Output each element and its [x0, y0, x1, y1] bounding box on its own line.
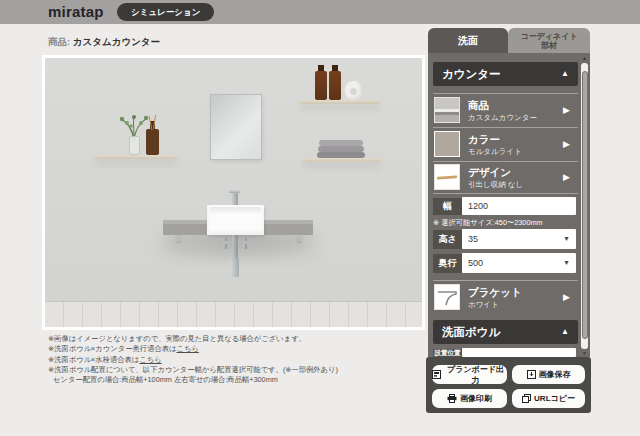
amber-bottle: [315, 71, 327, 100]
image-save-button[interactable]: 画像保存: [512, 365, 585, 384]
depth-table-link[interactable]: こちら: [177, 344, 199, 353]
note-line5: センター配置の場合:商品幅+100mm 左右寄せの場合:商品幅+300mm: [48, 375, 420, 385]
chevron-down-icon: ▼: [563, 253, 570, 273]
height-label: 高さ: [433, 230, 462, 249]
miratap-logo: miratap: [48, 3, 104, 20]
tab-coordinate-parts[interactable]: コーディネイト 部材: [508, 28, 590, 53]
settings-panel: カウンター ▲ 商品 カスタムカウンター ▶ カラー モルタルライト ▶ デザイ…: [428, 53, 590, 357]
note-line1: ※画像はイメージとなりますので、実際の見た目と異なる場合がございます。: [48, 334, 420, 344]
size-note: ※ 選択可能サイズ:450〜2300mm: [433, 218, 543, 228]
chevron-right-icon: ▶: [563, 105, 570, 115]
collapse-icon: ▲: [561, 62, 569, 86]
glass-vase: [129, 136, 140, 155]
scroll-down-icon[interactable]: ▼: [581, 350, 588, 356]
sink-basin: [207, 205, 264, 235]
counter-bracket: [176, 235, 181, 242]
scrollbar-thumb[interactable]: [582, 71, 588, 339]
depth-select[interactable]: 500 ▼: [462, 253, 576, 273]
print-icon: [447, 394, 457, 403]
product-thumbnail: [434, 97, 460, 123]
note-line2: ※洗面ボウル×カウンター奥行適合表はこちら: [48, 344, 420, 354]
copy-icon: [522, 394, 531, 403]
towel: [318, 146, 364, 152]
header-bar: miratap シミュレーション: [0, 0, 640, 24]
save-icon: [527, 370, 536, 379]
supply-valve: [223, 238, 227, 249]
planboard-export-button[interactable]: プランボード出力: [432, 365, 507, 384]
white-vase: [345, 81, 362, 100]
top-right-shelf: [300, 100, 380, 104]
note-line3: ※洗面ボウル×水栓適合表はこちら: [48, 355, 420, 365]
divider: [433, 280, 578, 281]
bracket-thumbnail: [434, 284, 460, 310]
chevron-right-icon: ▶: [563, 292, 570, 302]
action-button-panel: プランボード出力 画像保存 画像印刷 URLコピー: [426, 357, 591, 413]
bracket-icon: [435, 285, 459, 309]
tiled-floor: [45, 301, 422, 327]
divider: [433, 161, 578, 162]
note-line4: ※洗面ボウル配置について、以下カウンター幅から配置選択可能です。(※一部例外あり…: [48, 365, 420, 375]
divider: [433, 193, 578, 194]
amber-bottle: [329, 71, 341, 100]
divider: [433, 93, 578, 94]
divider: [433, 127, 578, 128]
scroll-up-icon[interactable]: ▲: [581, 55, 588, 61]
wall-mirror: [210, 94, 262, 160]
bowl-position-label: 設置位置: [433, 349, 462, 357]
chevron-right-icon: ▶: [563, 172, 570, 182]
faucet: [231, 189, 238, 206]
product-label: 商品:: [48, 36, 70, 47]
product-name: カスタムカウンター: [73, 36, 160, 47]
color-swatch-thumbnail: [434, 131, 460, 157]
miratap-simulator-page: miratap シミュレーション 商品: カスタムカウンター: [0, 0, 640, 436]
chevron-down-icon: ▼: [563, 229, 570, 249]
drain-pipe: [232, 235, 238, 259]
tab-senmen[interactable]: 洗面: [428, 28, 508, 53]
counter-bracket: [297, 235, 302, 242]
diffuser-bottle: [146, 129, 159, 155]
panel-scrollbar[interactable]: [581, 63, 588, 349]
towel: [319, 140, 363, 146]
bowl-section-header[interactable]: 洗面ボウル ▲: [433, 320, 578, 344]
supply-valve: [243, 238, 247, 249]
bowl-position-select[interactable]: [462, 348, 576, 357]
middle-right-shelf: [303, 158, 381, 162]
breadcrumb: 商品: カスタムカウンター: [48, 36, 160, 49]
chevron-right-icon: ▶: [563, 139, 570, 149]
collapse-icon: ▲: [561, 320, 569, 344]
design-thumbnail: [434, 164, 460, 190]
url-copy-button[interactable]: URLコピー: [512, 389, 585, 408]
towel: [317, 152, 365, 158]
left-shelf: [95, 155, 177, 159]
simulation-button[interactable]: シミュレーション: [117, 3, 214, 21]
counter-section-header[interactable]: カウンター ▲: [433, 62, 578, 86]
footnotes: ※画像はイメージとなりますので、実際の見た目と異なる場合がございます。 ※洗面ボ…: [48, 334, 420, 385]
height-select[interactable]: 35 ▼: [462, 229, 576, 249]
preview-frame: [42, 55, 425, 330]
drain-pipe-lower: [230, 258, 239, 277]
image-print-button[interactable]: 画像印刷: [432, 389, 507, 408]
bathroom-preview-image: [45, 58, 422, 327]
board-icon: [432, 370, 441, 379]
faucet-table-link[interactable]: こちら: [139, 355, 161, 364]
depth-label: 奥行: [433, 254, 462, 273]
width-label: 幅: [433, 198, 462, 215]
width-input[interactable]: [462, 197, 576, 215]
